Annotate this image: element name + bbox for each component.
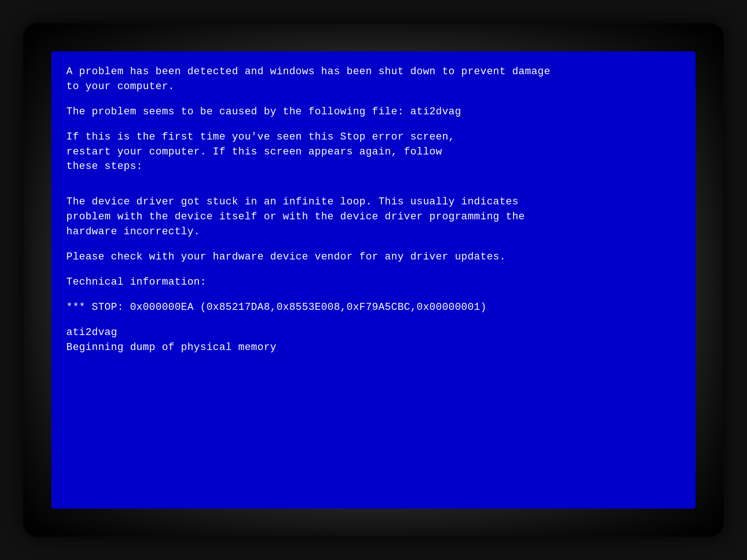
- dump-block: ati2dvag Beginning dump of physical memo…: [66, 325, 681, 355]
- driver-block: The device driver got stuck in an infini…: [66, 195, 681, 239]
- bsod-line-21: ati2dvag: [66, 325, 681, 340]
- screen: A problem has been detected and windows …: [51, 51, 696, 509]
- bsod-line-6: If this is the first time you've seen th…: [66, 130, 681, 145]
- header-block: A problem has been detected and windows …: [66, 64, 681, 94]
- technical-block: Technical information:: [66, 275, 681, 290]
- bsod-line-17: Technical information:: [66, 275, 681, 290]
- stop-code-block: *** STOP: 0x000000EA (0x85217DA8,0x8553E…: [66, 300, 681, 315]
- bsod-line-4: The problem seems to be caused by the fo…: [66, 105, 681, 119]
- bsod-line-7: restart your computer. If this screen ap…: [66, 145, 681, 160]
- spacer-1: [66, 184, 681, 195]
- bsod-line-13: hardware incorrectly.: [66, 224, 681, 239]
- first-time-block: If this is the first time you've seen th…: [66, 130, 681, 175]
- bsod-content: A problem has been detected and windows …: [51, 51, 696, 509]
- bsod-line-12: problem with the device itself or with t…: [66, 210, 681, 224]
- bsod-line-11: The device driver got stuck in an infini…: [66, 195, 681, 210]
- monitor-bezel: A problem has been detected and windows …: [23, 23, 724, 537]
- cause-block: The problem seems to be caused by the fo…: [66, 105, 681, 119]
- bsod-line-2: to your computer.: [66, 79, 681, 94]
- vendor-block: Please check with your hardware device v…: [66, 250, 681, 265]
- bsod-line-8: these steps:: [66, 159, 681, 174]
- bsod-line-1: A problem has been detected and windows …: [66, 64, 681, 79]
- bsod-line-15: Please check with your hardware device v…: [66, 250, 681, 265]
- bsod-line-19: *** STOP: 0x000000EA (0x85217DA8,0x8553E…: [66, 300, 681, 315]
- bsod-line-22: Beginning dump of physical memory: [66, 340, 681, 355]
